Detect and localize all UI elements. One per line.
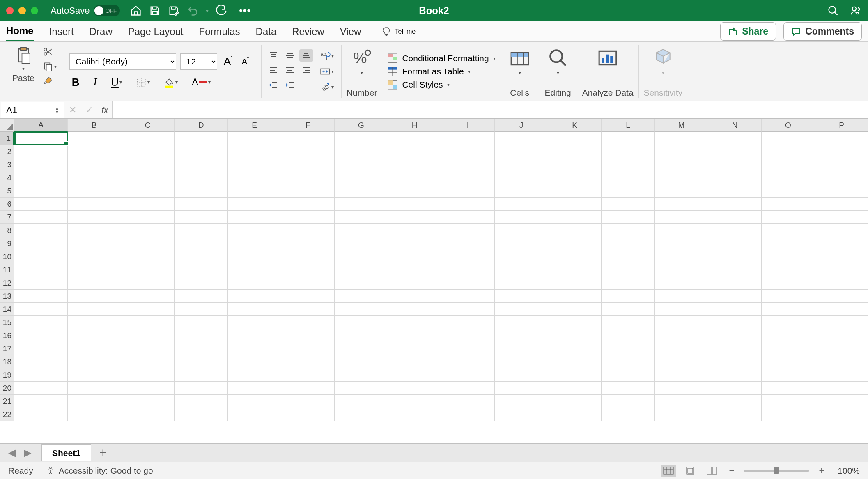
cell-O5[interactable]: [762, 184, 815, 198]
cell-H1[interactable]: [388, 132, 441, 145]
cell-A15[interactable]: [14, 316, 68, 329]
cell-J13[interactable]: [495, 290, 548, 303]
cell-D17[interactable]: [175, 342, 228, 355]
cell-M14[interactable]: [655, 303, 708, 316]
cell-K21[interactable]: [548, 395, 602, 408]
cell-L11[interactable]: [602, 263, 655, 276]
cell-M16[interactable]: [655, 329, 708, 342]
cell-F19[interactable]: [281, 368, 335, 382]
cell-P14[interactable]: [815, 303, 868, 316]
cell-I13[interactable]: [441, 290, 495, 303]
cell-A3[interactable]: [14, 158, 68, 171]
row-header-13[interactable]: 13: [0, 290, 14, 303]
cell-N7[interactable]: [708, 211, 762, 224]
cell-B11[interactable]: [68, 263, 121, 276]
cell-M20[interactable]: [655, 382, 708, 395]
cell-L10[interactable]: [602, 250, 655, 263]
cell-K4[interactable]: [548, 171, 602, 184]
cell-P9[interactable]: [815, 237, 868, 250]
cell-E10[interactable]: [228, 250, 281, 263]
cell-A21[interactable]: [14, 395, 68, 408]
cell-P8[interactable]: [815, 224, 868, 237]
cell-G22[interactable]: [335, 408, 388, 421]
italic-button[interactable]: I: [91, 75, 99, 90]
cell-L13[interactable]: [602, 290, 655, 303]
cell-M2[interactable]: [655, 145, 708, 158]
column-header-P[interactable]: P: [815, 119, 868, 132]
cell-K7[interactable]: [548, 211, 602, 224]
cell-N15[interactable]: [708, 316, 762, 329]
row-header-7[interactable]: 7: [0, 211, 14, 224]
home-icon[interactable]: [130, 5, 142, 16]
cell-K20[interactable]: [548, 382, 602, 395]
cell-G19[interactable]: [335, 368, 388, 382]
cell-C1[interactable]: [121, 132, 175, 145]
cell-B17[interactable]: [68, 342, 121, 355]
cell-B12[interactable]: [68, 276, 121, 290]
tab-insert[interactable]: Insert: [49, 23, 74, 41]
column-header-K[interactable]: K: [548, 119, 602, 132]
cell-H3[interactable]: [388, 158, 441, 171]
cell-I10[interactable]: [441, 250, 495, 263]
decrease-font-button[interactable]: Aˇ: [239, 55, 251, 68]
minimize-window-button[interactable]: [18, 7, 26, 14]
qat-more-button[interactable]: •••: [239, 5, 251, 16]
cell-A18[interactable]: [14, 355, 68, 368]
font-size-select[interactable]: 12: [180, 53, 217, 70]
cell-N6[interactable]: [708, 198, 762, 211]
cell-D8[interactable]: [175, 224, 228, 237]
cell-H9[interactable]: [388, 237, 441, 250]
align-middle-button[interactable]: [283, 49, 297, 62]
cell-O14[interactable]: [762, 303, 815, 316]
maximize-window-button[interactable]: [31, 7, 38, 14]
cell-E16[interactable]: [228, 329, 281, 342]
share-button[interactable]: Share: [720, 22, 776, 41]
row-header-12[interactable]: 12: [0, 276, 14, 290]
cell-K6[interactable]: [548, 198, 602, 211]
cell-J12[interactable]: [495, 276, 548, 290]
cell-K22[interactable]: [548, 408, 602, 421]
cell-I4[interactable]: [441, 171, 495, 184]
cell-P5[interactable]: [815, 184, 868, 198]
cell-N14[interactable]: [708, 303, 762, 316]
sensitivity-button[interactable]: ▾: [649, 45, 677, 78]
cell-I22[interactable]: [441, 408, 495, 421]
cell-E9[interactable]: [228, 237, 281, 250]
cell-O20[interactable]: [762, 382, 815, 395]
orientation-button[interactable]: ab▾: [317, 81, 336, 94]
cell-E17[interactable]: [228, 342, 281, 355]
cell-O18[interactable]: [762, 355, 815, 368]
cell-N11[interactable]: [708, 263, 762, 276]
align-left-button[interactable]: [266, 64, 280, 76]
row-header-9[interactable]: 9: [0, 237, 14, 250]
copy-button[interactable]: ▾: [40, 60, 59, 73]
cell-N19[interactable]: [708, 368, 762, 382]
cell-G8[interactable]: [335, 224, 388, 237]
cell-A13[interactable]: [14, 290, 68, 303]
cell-L7[interactable]: [602, 211, 655, 224]
cell-H17[interactable]: [388, 342, 441, 355]
cell-H4[interactable]: [388, 171, 441, 184]
cell-H11[interactable]: [388, 263, 441, 276]
add-sheet-button[interactable]: +: [99, 446, 107, 460]
cell-L15[interactable]: [602, 316, 655, 329]
cell-A17[interactable]: [14, 342, 68, 355]
cell-C18[interactable]: [121, 355, 175, 368]
cell-K10[interactable]: [548, 250, 602, 263]
cell-O1[interactable]: [762, 132, 815, 145]
cell-O9[interactable]: [762, 237, 815, 250]
cell-M3[interactable]: [655, 158, 708, 171]
cell-G13[interactable]: [335, 290, 388, 303]
row-header-10[interactable]: 10: [0, 250, 14, 263]
column-header-B[interactable]: B: [68, 119, 121, 132]
cell-E4[interactable]: [228, 171, 281, 184]
cell-L6[interactable]: [602, 198, 655, 211]
cell-I7[interactable]: [441, 211, 495, 224]
underline-button[interactable]: U▾: [108, 75, 124, 90]
cell-P10[interactable]: [815, 250, 868, 263]
cell-H6[interactable]: [388, 198, 441, 211]
cell-M12[interactable]: [655, 276, 708, 290]
format-as-table-button[interactable]: Format as Table▾: [387, 66, 495, 77]
cell-L17[interactable]: [602, 342, 655, 355]
accessibility-indicator[interactable]: Accessibility: Good to go: [46, 466, 153, 476]
